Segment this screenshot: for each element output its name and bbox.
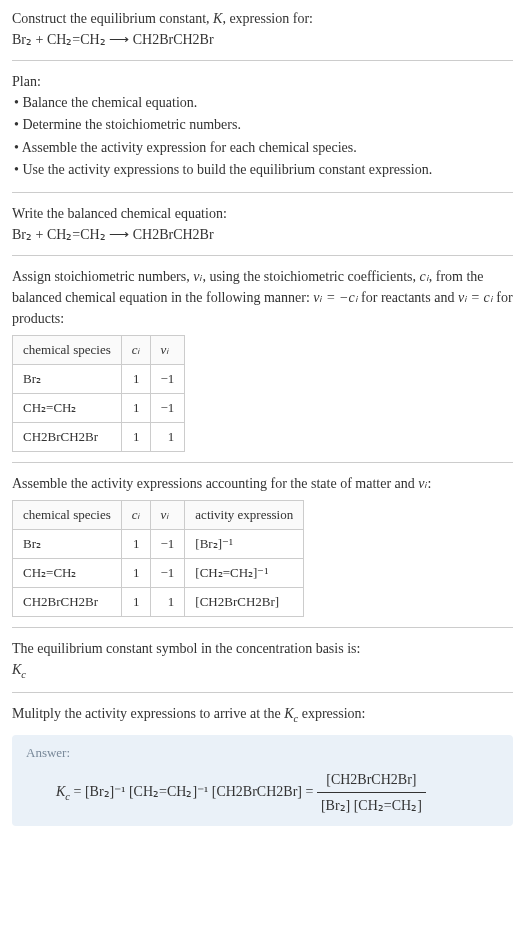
answer-label: Answer: [26,745,499,761]
multiply-section: Mulitply the activity expressions to arr… [12,703,513,727]
plan-item: Assemble the activity expression for eac… [14,137,513,159]
cell-nu: −1 [150,393,185,422]
cell-species: Br₂ [13,529,122,558]
answer-K: K [56,783,65,798]
col-header: chemical species [13,500,122,529]
table-row: Br₂ 1 −1 [13,364,185,393]
cell-c: 1 [121,529,150,558]
cell-activity: [CH₂=CH₂]⁻¹ [185,558,304,587]
table-row: CH₂=CH₂ 1 −1 [13,393,185,422]
divider [12,627,513,628]
cell-nu: −1 [150,529,185,558]
cell-species: Br₂ [13,364,122,393]
plan-item: Use the activity expressions to build th… [14,159,513,181]
assemble-suffix: : [428,476,432,491]
assign-t2: , using the stoichiometric coefficients, [202,269,419,284]
divider [12,192,513,193]
col-header: activity expression [185,500,304,529]
assign-t4: for reactants and [358,290,458,305]
kc-sub: c [21,668,26,679]
col-header: cᵢ [121,335,150,364]
assemble-nu: νᵢ [418,476,427,491]
cell-species: CH₂=CH₂ [13,393,122,422]
symbol-text: The equilibrium constant symbol in the c… [12,638,513,659]
multiply-K: K [284,706,293,721]
intro-text: Construct the equilibrium constant, K, e… [12,8,513,29]
frac-denominator: [Br₂] [CH₂=CH₂] [317,793,426,816]
plan-header: Plan: [12,71,513,92]
cell-c: 1 [121,587,150,616]
table-row: CH₂=CH₂ 1 −1 [CH₂=CH₂]⁻¹ [13,558,304,587]
balanced-header: Write the balanced chemical equation: [12,203,513,224]
plan-item: Balance the chemical equation. [14,92,513,114]
cell-c: 1 [121,422,150,451]
divider [12,255,513,256]
table-header-row: chemical species cᵢ νᵢ [13,335,185,364]
cell-species: CH2BrCH2Br [13,422,122,451]
balanced-reaction: Br₂ + CH₂=CH₂ ⟶ CH2BrCH2Br [12,224,513,245]
cell-nu: 1 [150,422,185,451]
plan-list: Balance the chemical equation. Determine… [12,92,513,182]
answer-box: Answer: Kc = [Br₂]⁻¹ [CH₂=CH₂]⁻¹ [CH2BrC… [12,735,513,826]
intro-suffix: , expression for: [222,11,313,26]
multiply-prefix: Mulitply the activity expressions to arr… [12,706,284,721]
answer-fraction: [CH2BrCH2Br][Br₂] [CH₂=CH₂] [317,769,426,816]
balanced-section: Write the balanced chemical equation: Br… [12,203,513,245]
activity-table: chemical species cᵢ νᵢ activity expressi… [12,500,304,617]
table-row: CH2BrCH2Br 1 1 [13,422,185,451]
frac-numerator: [CH2BrCH2Br] [317,769,426,793]
cell-nu: −1 [150,558,185,587]
cell-c: 1 [121,364,150,393]
assign-section: Assign stoichiometric numbers, νᵢ, using… [12,266,513,452]
table-row: Br₂ 1 −1 [Br₂]⁻¹ [13,529,304,558]
assign-rule2: νᵢ = cᵢ [458,290,493,305]
assign-t1: Assign stoichiometric numbers, [12,269,193,284]
intro-K: K [213,11,222,26]
kc-K: K [12,662,21,677]
assemble-text: Assemble the activity expressions accoun… [12,473,513,494]
plan-section: Plan: Balance the chemical equation. Det… [12,71,513,182]
answer-eq: = [Br₂]⁻¹ [CH₂=CH₂]⁻¹ [CH2BrCH2Br] = [70,783,317,798]
assemble-section: Assemble the activity expressions accoun… [12,473,513,617]
col-header: cᵢ [121,500,150,529]
cell-activity: [Br₂]⁻¹ [185,529,304,558]
intro-section: Construct the equilibrium constant, K, e… [12,8,513,50]
cell-species: CH₂=CH₂ [13,558,122,587]
cell-nu: 1 [150,587,185,616]
col-header: chemical species [13,335,122,364]
divider [12,462,513,463]
symbol-section: The equilibrium constant symbol in the c… [12,638,513,683]
assign-rule1: νᵢ = −cᵢ [313,290,357,305]
symbol-kc: Kc [12,659,513,683]
col-header: νᵢ [150,335,185,364]
cell-species: CH2BrCH2Br [13,587,122,616]
table-row: CH2BrCH2Br 1 1 [CH2BrCH2Br] [13,587,304,616]
plan-item: Determine the stoichiometric numbers. [14,114,513,136]
assign-text: Assign stoichiometric numbers, νᵢ, using… [12,266,513,329]
cell-nu: −1 [150,364,185,393]
cell-c: 1 [121,393,150,422]
divider [12,60,513,61]
col-header: νᵢ [150,500,185,529]
multiply-suffix: expression: [298,706,365,721]
cell-activity: [CH2BrCH2Br] [185,587,304,616]
intro-reaction: Br₂ + CH₂=CH₂ ⟶ CH2BrCH2Br [12,29,513,50]
cell-c: 1 [121,558,150,587]
stoich-table: chemical species cᵢ νᵢ Br₂ 1 −1 CH₂=CH₂ … [12,335,185,452]
divider [12,692,513,693]
assemble-prefix: Assemble the activity expressions accoun… [12,476,418,491]
intro-prefix: Construct the equilibrium constant, [12,11,213,26]
answer-expression: Kc = [Br₂]⁻¹ [CH₂=CH₂]⁻¹ [CH2BrCH2Br] = … [26,769,499,816]
assign-c: cᵢ [420,269,429,284]
table-header-row: chemical species cᵢ νᵢ activity expressi… [13,500,304,529]
multiply-text: Mulitply the activity expressions to arr… [12,703,513,727]
